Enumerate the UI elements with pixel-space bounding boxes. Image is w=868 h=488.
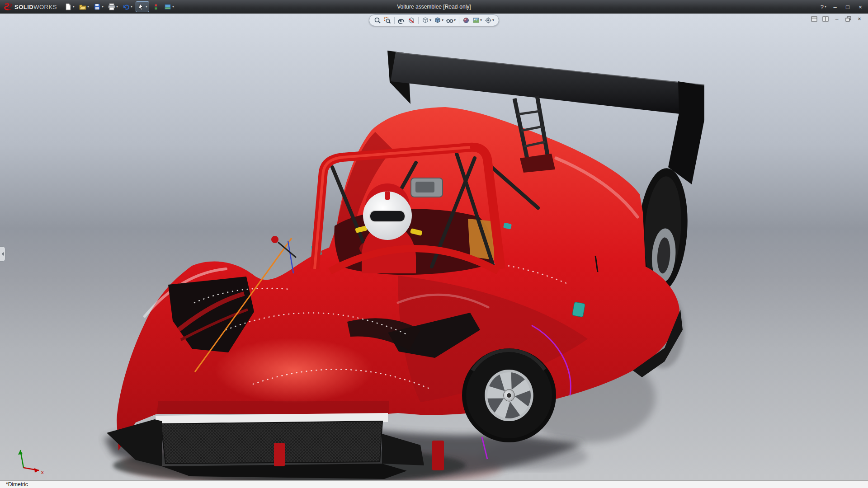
toolbar-separator [418,17,419,24]
save-icon [94,3,101,10]
maximize-button[interactable]: □ [844,4,852,10]
chevron-left-icon [1,252,4,256]
new-document-button[interactable]: ▾ [63,1,76,12]
edit-appearance-icon [462,17,470,24]
dropdown-caret[interactable]: ▾ [442,19,443,22]
window-split-icon [822,16,829,22]
dropdown-caret[interactable]: ▾ [825,5,826,9]
view-orientation-icon [422,17,429,24]
dropdown-caret[interactable]: ▾ [172,5,174,9]
section-view-button[interactable] [407,16,416,24]
dropdown-caret[interactable]: ▾ [146,5,147,9]
viewport-3d[interactable]: x [0,14,868,480]
zoom-to-fit-button[interactable] [373,16,382,24]
solidworks-logo: SOLIDWORKS [0,3,63,11]
rebuild-icon [152,3,160,10]
open-folder-icon [79,3,86,10]
previous-view-button[interactable] [397,16,406,24]
display-style-button[interactable]: ▾ [433,16,444,24]
undo-icon [123,3,130,10]
dropdown-caret[interactable]: ▾ [429,19,431,22]
support-stand [274,443,285,466]
brand-light: WORKS [33,4,57,10]
hide-show-items-icon [446,17,453,24]
doc-close-button[interactable]: × [855,15,863,23]
select-button[interactable]: ▾ [136,1,149,12]
titlebar: SOLIDWORKS ▾ ▾ ▾ [0,0,868,14]
triad-x-label: x [41,469,44,475]
display-style-icon [434,17,441,24]
display-options-button[interactable]: ▾ [163,1,175,12]
window-switch-button-1[interactable] [810,15,818,23]
close-button[interactable]: × [856,4,864,10]
dropdown-caret[interactable]: ▾ [492,19,494,22]
print-icon [108,3,115,10]
save-button[interactable]: ▾ [92,1,105,12]
dropdown-caret[interactable]: ▾ [131,5,132,9]
apply-scene-button[interactable]: ▾ [472,16,483,24]
window-switch-button-2[interactable] [821,15,830,23]
doc-restore-button[interactable] [844,15,852,23]
solidworks-logo-icon [4,3,13,11]
toolbar-separator [394,17,395,24]
display-options-icon [164,3,171,10]
dropdown-caret[interactable]: ▾ [454,19,456,22]
document-title: Voiture assemblee [Read-only] [397,0,471,14]
view-settings-icon [485,17,492,24]
hide-show-items-button[interactable]: ▾ [445,16,457,24]
zoom-to-area-button[interactable] [383,16,392,24]
doc-minimize-button[interactable]: – [833,15,841,23]
view-orientation-button[interactable]: ▾ [421,16,432,24]
apply-scene-icon [472,17,480,24]
dropdown-caret[interactable]: ▾ [116,5,118,9]
zoom-to-fit-icon [374,17,381,24]
dropdown-caret[interactable]: ▾ [87,5,89,9]
dropdown-caret[interactable]: ▾ [102,5,104,9]
model-canvas[interactable]: x [0,14,868,480]
edit-appearance-button[interactable] [462,16,471,24]
radiator-grille [161,421,382,464]
standard-toolbar: ▾ ▾ ▾ ▾ [63,1,175,12]
rebuild-button[interactable] [151,1,161,12]
help-button[interactable]: ? ▾ [821,4,826,10]
minimize-button[interactable]: – [831,4,839,10]
support-stand [432,441,444,470]
new-document-icon [65,3,72,10]
print-button[interactable]: ▾ [107,1,119,12]
view-settings-button[interactable]: ▾ [484,16,495,24]
statusbar: *Dimetric [0,480,868,488]
dropdown-caret[interactable]: ▾ [73,5,75,9]
select-arrow-icon [137,3,145,10]
previous-view-icon [398,17,405,24]
document-window-controls: – × [810,15,863,23]
featuremanager-flyout-tab[interactable] [0,246,5,262]
undo-button[interactable]: ▾ [121,1,134,12]
side-scoop[interactable] [572,302,585,317]
window-pane-icon [811,16,817,22]
help-glyph: ? [821,4,824,10]
restore-icon [845,16,851,22]
section-view-icon [408,17,415,24]
toolbar-separator [459,17,459,24]
brand-bold: SOLID [14,4,33,10]
zoom-to-area-icon [384,17,391,24]
window-controls: ? ▾ – □ × [821,0,864,14]
open-button[interactable]: ▾ [78,1,90,12]
dropdown-caret[interactable]: ▾ [480,19,482,22]
solidworks-window: SOLIDWORKS ▾ ▾ ▾ [0,0,868,488]
side-mirror-left[interactable] [271,236,278,243]
view-orientation-label: *Dimetric [0,481,28,488]
front-wheel[interactable] [462,348,556,442]
headsup-view-toolbar: ▾ ▾ ▾ [369,14,499,26]
helmet-visor [370,211,405,222]
